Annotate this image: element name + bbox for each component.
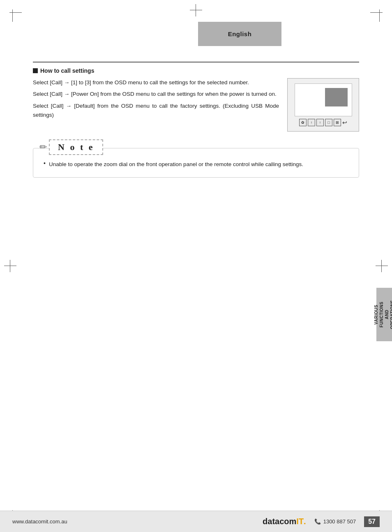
corner-mark-tl xyxy=(7,7,24,24)
section-title-text: How to call settings xyxy=(40,67,94,74)
osd-icon-4: □ xyxy=(325,119,332,126)
section-divider xyxy=(33,62,359,62)
paragraph-2: Select [Call] → [Power On] from the OSD … xyxy=(33,90,279,99)
osd-icon-2: ↑ xyxy=(308,119,315,126)
note-section: ✏ N o t e • Unable to operate the zoom d… xyxy=(33,148,359,178)
section-title: How to call settings xyxy=(33,67,359,74)
osd-icon-1: ✿ xyxy=(299,119,307,126)
osd-toolbar: ✿ ↑ ↑ □ ⊠ ↩ xyxy=(299,119,347,126)
corner-mark-tr xyxy=(368,7,385,24)
osd-menu-image: ✿ ↑ ↑ □ ⊠ ↩ xyxy=(287,78,359,132)
section-bullet-icon xyxy=(33,68,38,73)
language-tab: English xyxy=(198,22,281,46)
side-tab-text: VARIOUS FUNCTIONS AND OPERATIONS xyxy=(374,300,392,329)
main-content: How to call settings Select [Call] → [1]… xyxy=(33,62,359,491)
osd-icon-5: ⊠ xyxy=(334,119,341,126)
note-content: • Unable to operate the zoom dial on the… xyxy=(44,160,348,169)
note-text: Unable to operate the zoom dial on the f… xyxy=(49,160,303,169)
footer-website: www.datacomit.com.au xyxy=(12,518,254,525)
phone-number: 1300 887 507 xyxy=(323,518,356,525)
center-mark-top xyxy=(190,4,202,16)
note-header-wrapper: ✏ N o t e xyxy=(39,139,103,155)
osd-gray-bar xyxy=(325,88,348,106)
footer: www.datacomit.com.au datacomIT. 📞 1300 8… xyxy=(0,511,392,532)
center-mark-right xyxy=(376,260,388,272)
content-row: Select [Call] → [1] to [3] from the OSD … xyxy=(33,78,359,132)
text-block: Select [Call] → [1] to [3] from the OSD … xyxy=(33,78,279,122)
note-bullet-dot: • xyxy=(44,160,46,169)
call-settings-section: How to call settings Select [Call] → [1]… xyxy=(33,67,359,132)
logo-text: datacomIT. xyxy=(263,517,306,526)
paragraph-1: Select [Call] → [1] to [3] from the OSD … xyxy=(33,78,279,87)
phone-icon: 📞 xyxy=(314,518,321,525)
footer-logo: datacomIT. xyxy=(263,517,306,526)
footer-page-number: 57 xyxy=(364,516,380,527)
language-label: English xyxy=(228,30,252,37)
osd-screen xyxy=(295,83,352,116)
footer-phone: 📞 1300 887 507 xyxy=(314,518,356,525)
osd-arrow-icon: ↩ xyxy=(342,119,347,126)
paragraph-3: Select [Call] → [Default] from the OSD m… xyxy=(33,102,279,120)
pencil-icon: ✏ xyxy=(39,142,47,153)
center-mark-left xyxy=(4,260,16,272)
note-label: N o t e xyxy=(58,142,94,152)
osd-icon-3: ↑ xyxy=(316,119,324,126)
side-tab: VARIOUS FUNCTIONS AND OPERATIONS xyxy=(376,288,392,341)
note-label-box: N o t e xyxy=(49,139,103,155)
